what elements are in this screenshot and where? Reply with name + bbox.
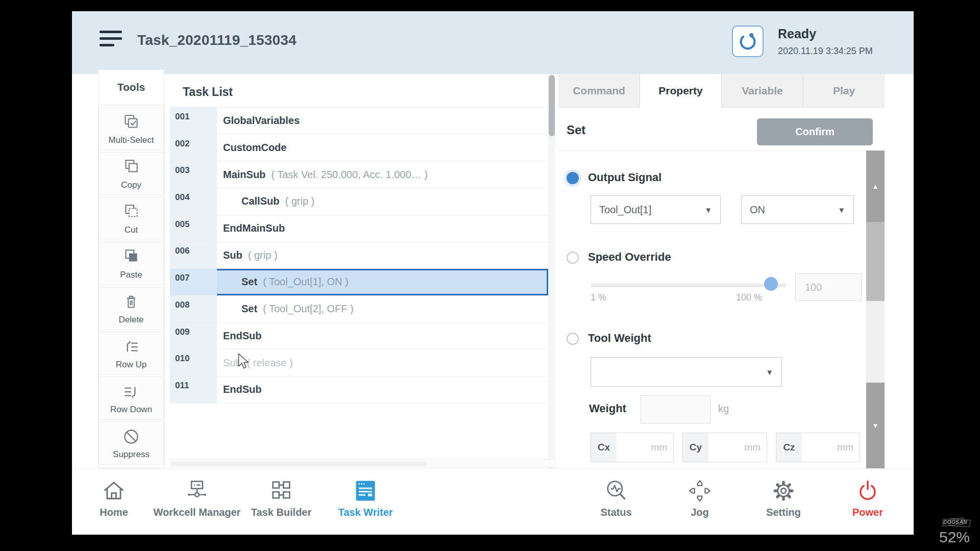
tools-panel: Tools Multi-SelectCopyCutPasteDeleteRow …	[98, 69, 164, 468]
nav-label: Task Writer	[314, 507, 416, 518]
jog-icon	[687, 496, 713, 505]
speed-slider-thumb[interactable]	[764, 277, 778, 291]
status-timestamp: 2020.11.19 3:34:25 PM	[778, 46, 873, 57]
row-number: 005	[170, 215, 217, 242]
tool-delete-button[interactable]: Delete	[99, 287, 164, 330]
row-command: EndSub	[223, 330, 262, 342]
cz-input[interactable]: Czmm	[776, 433, 860, 462]
tool-label: Row Up	[116, 360, 146, 370]
row-command: MainSub	[223, 169, 265, 181]
tool-row-down-button[interactable]: Row Down	[99, 377, 164, 420]
robot-state-text: Ready	[778, 27, 816, 41]
scroll-down-icon: ▼	[872, 422, 879, 430]
hamburger-menu-icon[interactable]	[100, 31, 123, 51]
nav-item-power[interactable]: Power	[817, 478, 919, 518]
task-row-006[interactable]: 006Sub( grip )	[170, 242, 548, 269]
tool-label: Multi-Select	[109, 135, 154, 145]
cx-input[interactable]: Cxmm	[591, 433, 674, 462]
speed-value-input[interactable]: 100	[795, 273, 862, 301]
task-title: Task_20201119_153034	[137, 32, 297, 48]
task-row-008[interactable]: 008Set( Tool_Out[2], OFF )	[170, 296, 548, 323]
row-number: 007	[170, 269, 217, 295]
row-command: Sub	[223, 249, 242, 261]
cy-input[interactable]: Cymm	[682, 433, 767, 462]
task-writer-icon	[353, 496, 378, 505]
scroll-down-button[interactable]: ▼	[866, 383, 885, 468]
task-row-009[interactable]: 009EndSub	[170, 323, 548, 350]
row-number: 008	[170, 296, 217, 322]
robot-icon	[737, 29, 759, 54]
weight-input[interactable]	[641, 395, 710, 423]
slider-min-label: 1 %	[591, 292, 606, 303]
task-row-003[interactable]: 003MainSub( Task Vel. 250.000, Acc. 1.00…	[170, 161, 548, 188]
chevron-down-icon: ▼	[838, 206, 845, 214]
tool-suppress-button[interactable]: Suppress	[99, 421, 164, 465]
chevron-down-icon: ▼	[766, 368, 773, 377]
nav-item-task-writer[interactable]: Task Writer	[314, 478, 416, 518]
task-row-002[interactable]: 002CustomCode	[170, 135, 548, 162]
setting-icon	[771, 496, 796, 505]
weight-unit-label: kg	[718, 403, 729, 415]
tool-multi-select-button[interactable]: Multi-Select	[99, 107, 164, 151]
robot-status-button[interactable]	[732, 26, 764, 57]
row-number: 011	[170, 377, 217, 403]
tool-label: Cut	[125, 225, 138, 235]
copy-icon	[121, 158, 141, 179]
speed-override-radio[interactable]	[567, 252, 579, 264]
task-list-horizontal-scrollbar[interactable]	[170, 459, 556, 467]
scrollbar-thumb[interactable]	[866, 222, 885, 301]
tool-copy-button[interactable]: Copy	[99, 152, 164, 195]
task-row-011[interactable]: 011EndSub	[170, 377, 548, 404]
signal-state-dropdown[interactable]: ON ▼	[741, 195, 854, 224]
tool-label: Row Down	[110, 405, 152, 415]
coord-unit: mm	[744, 442, 767, 453]
tab-play[interactable]: Play	[803, 74, 885, 108]
tool-weight-radio[interactable]	[567, 333, 579, 345]
task-list-hscroll-thumb[interactable]	[172, 461, 427, 466]
coord-label: Cy	[683, 433, 708, 462]
tool-cut-button[interactable]: Cut	[99, 197, 164, 240]
row-command: Set	[241, 276, 257, 288]
task-row-004[interactable]: 004CallSub( grip )	[170, 188, 548, 215]
task-row-001[interactable]: 001GlobalVariables	[170, 108, 548, 135]
chevron-down-icon: ▼	[704, 206, 712, 214]
doosan-logo: DOOSAN	[942, 516, 973, 529]
tool-select-dropdown[interactable]: ▼	[591, 357, 782, 387]
speed-slider-track[interactable]	[591, 284, 786, 287]
task-row-007[interactable]: 007Set( Tool_Out[1], ON )	[170, 269, 548, 296]
tab-property[interactable]: Property	[640, 74, 721, 108]
row-parameters: ( Tool_Out[1], ON )	[263, 276, 348, 288]
row-number: 003	[170, 161, 217, 188]
tool-label: Delete	[118, 315, 143, 325]
tool-row-up-button[interactable]: Row Up	[99, 332, 164, 375]
row-parameters: ( release )	[247, 357, 293, 369]
row-number: 001	[170, 108, 217, 134]
tool-paste-button[interactable]: Paste	[99, 242, 164, 285]
panel-divider	[558, 151, 885, 151]
tab-command[interactable]: Command	[558, 74, 640, 108]
property-panel-scrollbar[interactable]: ▲ ▼	[866, 151, 885, 468]
coord-unit: mm	[651, 442, 673, 453]
delete-icon	[121, 292, 141, 314]
task-list-scroll-thumb[interactable]	[549, 75, 555, 136]
bottom-navigation-bar: HomeWorkcell ManagerTask BuilderTask Wri…	[72, 468, 914, 535]
task-list-vertical-scrollbar[interactable]	[548, 74, 555, 468]
tab-variable[interactable]: Variable	[721, 74, 803, 108]
task-list-panel: Task List 001GlobalVariables002CustomCod…	[170, 74, 556, 468]
task-row-010[interactable]: 010Sub( release )	[170, 349, 548, 377]
task-row-005[interactable]: 005EndMainSub	[170, 215, 548, 242]
row-parameters: ( Task Vel. 250.000, Acc. 1.000… )	[271, 169, 427, 181]
output-signal-radio[interactable]	[567, 172, 579, 184]
row-number: 009	[170, 323, 217, 349]
slider-max-label: 100 %	[736, 292, 762, 303]
scroll-up-button[interactable]: ▲	[866, 151, 885, 222]
app-header: Task_20201119_153034 Ready 2020.11.19 3:…	[72, 11, 914, 74]
coord-label: Cz	[776, 433, 802, 462]
row-number: 004	[170, 188, 217, 215]
row-command: EndSub	[223, 384, 262, 395]
status-icon	[603, 496, 629, 505]
signal-select-dropdown[interactable]: Tool_Out[1] ▼	[591, 195, 721, 224]
row-command: GlobalVariables	[223, 115, 300, 127]
confirm-button[interactable]: Confirm	[757, 118, 873, 145]
speed-override-label: Speed Override	[588, 251, 671, 264]
